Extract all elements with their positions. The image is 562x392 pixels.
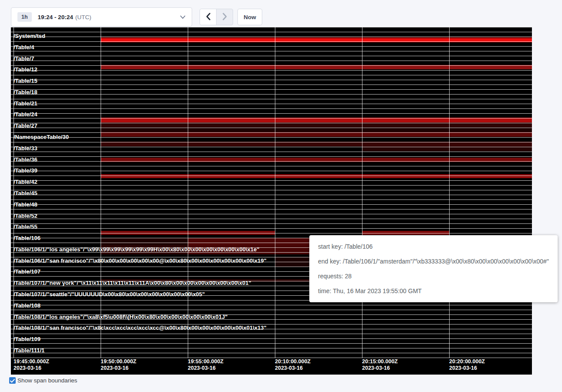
axis-tick-time: 19:50:00.000Z [101,358,136,365]
axis-tick-label: 19:55:00.000Z2023-03-16 [188,358,223,372]
previous-interval-button[interactable] [200,9,217,25]
span-boundary-line [11,99,532,99]
span-boundary-line [11,190,532,190]
show-span-boundaries-checkbox[interactable] [9,377,16,384]
heat-bar[interactable] [101,238,188,245]
span-boundary-line [11,80,532,80]
row-label: /Table/52 [14,213,37,219]
now-button[interactable]: Now [237,9,262,25]
span-boundary-line [11,233,532,233]
chevron-left-icon [205,13,211,22]
span-boundary-line [11,204,532,205]
timezone-label: (UTC) [75,14,91,20]
row-label: /Table/42 [14,179,37,185]
row-label: /Table/107/1/"seattle"/"UUUUUUD\x00\x80\… [14,291,205,297]
span-boundary-line [11,70,532,71]
row-label: /Table/45 [14,190,37,196]
span-boundary-line [11,142,532,142]
row-label: /Table/33 [14,145,37,152]
span-boundary-line [11,171,532,171]
span-boundary-line [11,51,532,51]
time-bucket-line [362,27,362,358]
row-label: /Table/106/1/"los angeles"/"\x99\x99\x99… [14,247,259,253]
span-boundary-line [11,214,532,214]
row-label: /Table/107/1/"new york"/"\x11\x11\x11\x1… [14,280,251,286]
span-boundary-line [11,61,532,61]
span-boundary-line [11,348,532,348]
axis-tick-time: 20:20:00.000Z [449,358,485,365]
row-label: /Table/39 [14,168,37,174]
row-label: /Table/107 [14,269,41,275]
chevron-down-icon [180,15,186,19]
span-boundary-line [11,199,532,200]
axis-tick-date: 2023-03-16 [362,365,398,372]
row-label: /Table/27 [14,123,37,129]
span-boundary-line [11,358,532,358]
duration-badge: 1h [17,12,32,22]
footer: Show span boundaries [9,377,77,384]
span-boundary-line [11,32,532,32]
span-boundary-line [11,118,532,118]
span-boundary-line [11,46,532,47]
span-boundary-line [11,37,532,37]
axis-tick-time: 19:55:00.000Z [188,358,223,365]
time-range-label: 19:24 - 20:24 [38,14,73,20]
span-boundary-line [11,152,532,152]
row-label: /System/tsd [14,33,45,39]
axis-tick-date: 2023-03-16 [275,365,311,372]
key-visualizer-page: { "toolbar": { "time_range": { "duration… [0,0,562,392]
time-bucket-line [449,27,450,358]
heatmap-canvas[interactable]: /System/tsd/Table/4/Table/7/Table/12/Tab… [11,27,532,375]
axis-tick-time: 19:45:00.000Z [14,358,49,365]
span-boundary-line [11,65,532,66]
axis-tick-label: 20:15:00.000Z2023-03-16 [362,358,398,372]
span-boundary-line [11,343,532,344]
axis-tick-time: 20:10:00.000Z [275,358,311,365]
axis-tick-date: 2023-03-16 [101,365,136,372]
span-boundary-line [11,156,532,157]
axis-tick-date: 2023-03-16 [188,365,223,372]
span-boundary-line [11,56,532,56]
span-boundary-line [11,84,532,85]
show-span-boundaries-label: Show span boundaries [17,377,77,384]
row-label: /Table/106/1/"san francisco"/"\x80\x00\x… [14,258,267,264]
row-label: /NamespaceTable/30 [14,134,69,140]
row-label: /Table/4 [14,44,34,51]
row-label: /Table/15 [14,78,37,84]
span-boundary-line [11,195,532,195]
axis-tick-label: 19:45:00.000Z2023-03-16 [14,358,49,372]
time-bucket-line [101,27,101,358]
span-boundary-line [11,137,532,138]
row-label: /Table/109 [14,336,41,342]
time-bucket-line [275,27,275,358]
span-boundary-line [11,147,532,147]
row-label: /Table/24 [14,112,37,118]
heat-bar[interactable] [101,174,532,178]
row-label: /Table/108/1/"los angeles"/"\xa8\xf5\u00… [14,314,227,320]
span-boundary-line [11,128,532,128]
axis-tick-date: 2023-03-16 [14,365,49,372]
span-boundary-line [11,75,532,75]
tooltip-end-key: end key: /Table/106/1/"amsterdam"/"\xb33… [318,254,549,269]
next-interval-button[interactable] [216,9,233,25]
axis-tick-time: 20:15:00.000Z [362,358,398,365]
time-bucket-line [188,27,188,358]
row-label: /Table/18 [14,89,37,95]
axis-tick-date: 2023-03-16 [449,365,485,372]
span-boundary-line [11,113,532,114]
span-boundary-line [11,310,532,310]
span-boundary-line [11,223,532,224]
tooltip-requests: requests: 28 [318,269,549,284]
check-icon [10,377,15,385]
row-label: /Table/21 [14,101,37,107]
span-boundary-line [11,209,532,210]
time-range-select[interactable]: 1h 19:24 - 20:24 (UTC) [11,7,192,27]
row-label: /Table/111/1 [14,348,44,354]
span-boundary-line [11,334,532,334]
tooltip-time: time: Thu, 16 Mar 2023 19:55:00 GMT [318,284,549,298]
span-boundary-line [11,228,532,229]
span-boundary-line [11,353,532,353]
row-label: /Table/48 [14,202,37,208]
cell-tooltip: start key: /Table/106 end key: /Table/10… [309,235,558,302]
span-boundary-line [11,27,532,27]
